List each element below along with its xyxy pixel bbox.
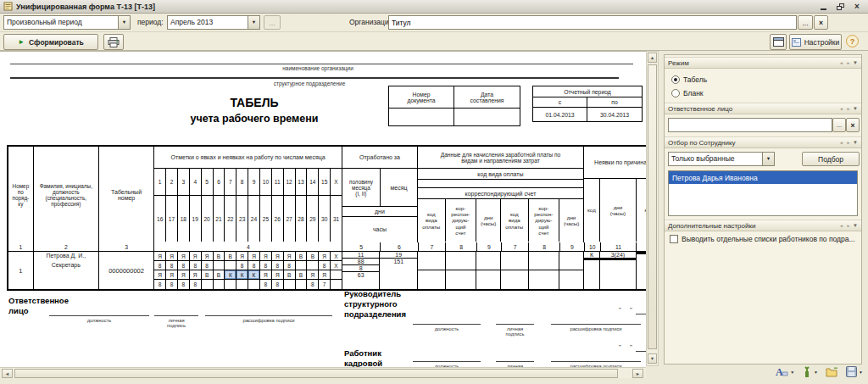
day-hours-cell[interactable] <box>248 280 260 289</box>
org-input[interactable] <box>388 15 797 30</box>
minimize-button[interactable] <box>817 2 829 12</box>
org-clear-button[interactable]: × <box>814 15 828 30</box>
pick-button[interactable]: Подбор <box>802 152 860 166</box>
day-hours-cell[interactable]: 8 <box>260 280 272 289</box>
day-hours-cell[interactable] <box>307 261 319 270</box>
day-mark-cell[interactable]: Я <box>272 270 284 279</box>
org-more-button[interactable]: ... <box>798 15 813 30</box>
absence-days-cell[interactable]: 3(24) <box>600 252 636 259</box>
section-mode[interactable]: Режим «»▼ <box>665 57 861 69</box>
day-mark-cell[interactable]: Я <box>178 270 190 279</box>
day-hours-cell[interactable]: 8 <box>307 280 319 289</box>
collapse-left-icon[interactable]: « <box>840 106 843 111</box>
pay-cell[interactable] <box>501 270 528 288</box>
section-responsible[interactable]: Ответственное лицо «»▼ <box>665 103 861 114</box>
employee-list-item[interactable]: Петрова Дарья Ивановна <box>669 171 857 184</box>
section-extra[interactable]: Дополнительные настройки «»▼ <box>665 220 861 231</box>
chevron-down-icon[interactable]: ▼ <box>814 370 818 375</box>
settings-button[interactable]: Настройки <box>789 34 842 50</box>
period-more-button[interactable]: ... <box>264 15 281 30</box>
day-hours-cell[interactable]: 8 <box>154 280 166 289</box>
report-period-from-value[interactable]: 01.04.2013 <box>533 108 587 121</box>
employee-tabnum-cell[interactable]: 0000000002 <box>99 252 154 289</box>
radio-tabel[interactable] <box>671 75 680 84</box>
day-hours-cell[interactable] <box>296 261 308 270</box>
v-scrollbar[interactable]: ▲ ▼ <box>646 51 659 366</box>
day-hours-cell[interactable]: 8 <box>190 280 202 289</box>
day-mark-cell[interactable]: Я <box>154 270 166 279</box>
day-hours-cell[interactable]: 8 <box>272 280 284 289</box>
tools-button[interactable]: ▼ <box>802 366 818 377</box>
collapse-left-icon[interactable]: « <box>840 60 843 65</box>
day-mark-cell[interactable]: Я <box>154 252 166 260</box>
chevron-down-icon[interactable]: ▼ <box>853 106 858 111</box>
day-hours-cell[interactable]: 8 <box>284 261 296 270</box>
period-combo[interactable]: Апрель 2013 ▼ <box>167 15 260 30</box>
scroll-right-arrow[interactable]: ► <box>632 369 643 378</box>
chevron-down-icon[interactable]: ▼ <box>790 370 794 375</box>
day-hours-cell[interactable]: 8 <box>272 261 284 270</box>
pay-cell[interactable] <box>476 270 500 288</box>
radio-blank[interactable] <box>671 89 680 97</box>
half-total-cell[interactable]: 8 <box>342 265 380 272</box>
chevron-down-icon[interactable]: ▼ <box>248 16 259 29</box>
pay-cell[interactable] <box>446 270 476 288</box>
day-hours-cell[interactable]: 8 <box>236 261 248 270</box>
v-scroll-thumb[interactable] <box>648 64 657 349</box>
doc-number-value[interactable] <box>389 109 454 125</box>
day-hours-cell[interactable] <box>236 280 248 289</box>
chevron-down-icon[interactable]: ▼ <box>118 16 130 29</box>
h-scroll-thumb[interactable] <box>14 369 618 378</box>
generate-button[interactable]: ► Сформировать <box>3 34 98 50</box>
pay-cell[interactable] <box>529 252 559 270</box>
collapse-right-icon[interactable]: » <box>847 106 849 111</box>
day-mark-cell[interactable]: К <box>225 270 236 279</box>
split-lists-checkbox-label[interactable]: Выводить отдельные списки работников по … <box>682 235 858 243</box>
collapse-right-icon[interactable]: » <box>847 140 849 145</box>
scroll-down-arrow[interactable]: ▼ <box>648 353 657 364</box>
close-button[interactable]: × <box>851 2 863 12</box>
half-total-cell[interactable]: 63 <box>342 272 380 278</box>
absence-code-cell[interactable] <box>584 259 599 260</box>
scroll-left-arrow[interactable]: ◄ <box>2 369 13 378</box>
day-hours-cell[interactable] <box>214 280 225 289</box>
day-mark-cell[interactable]: Я <box>190 252 202 260</box>
day-hours-cell[interactable]: 8 <box>248 261 260 270</box>
responsible-clear-button[interactable]: × <box>846 118 860 132</box>
responsible-more-button[interactable]: ... <box>832 118 846 132</box>
collapse-left-icon[interactable]: « <box>840 223 843 228</box>
pay-cell[interactable] <box>501 252 528 270</box>
help-button[interactable]: ? <box>846 35 859 47</box>
day-mark-cell[interactable]: Я <box>260 252 272 260</box>
day-hours-cell[interactable]: 8 <box>166 261 178 270</box>
section-filter[interactable]: Отбор по Сотруднику «»▼ <box>665 136 861 148</box>
doc-date-value[interactable] <box>454 109 520 125</box>
day-hours-cell[interactable] <box>214 261 225 270</box>
day-hours-cell[interactable] <box>202 280 214 289</box>
day-hours-cell[interactable]: 8 <box>178 261 190 270</box>
day-hours-cell[interactable]: 8 <box>319 261 331 270</box>
report-period-to-value[interactable]: 30.04.2013 <box>587 108 642 121</box>
day-hours-cell[interactable]: 8 <box>154 261 166 270</box>
chevron-down-icon[interactable]: ▼ <box>853 60 858 65</box>
split-lists-checkbox[interactable] <box>670 235 678 243</box>
day-mark-cell[interactable]: Я <box>166 270 178 279</box>
pay-cell[interactable] <box>446 252 476 270</box>
pay-cell[interactable] <box>476 252 500 270</box>
day-mark-cell[interactable]: Я <box>272 252 284 260</box>
collapse-left-icon[interactable]: « <box>840 140 843 145</box>
day-mark-cell[interactable]: Я <box>319 252 331 260</box>
employee-listbox[interactable]: Петрова Дарья Ивановна <box>668 170 858 216</box>
font-settings-button[interactable]: A ▼ <box>776 366 794 377</box>
h-scrollbar[interactable]: ◄ ► <box>0 367 646 378</box>
day-mark-cell[interactable]: Я <box>236 252 248 260</box>
period-type-combo[interactable]: Произвольный период ▼ <box>3 15 131 30</box>
day-hours-cell[interactable] <box>284 280 296 289</box>
day-mark-cell[interactable]: Я <box>248 252 260 260</box>
pay-cell[interactable] <box>418 252 445 270</box>
chevron-down-icon[interactable]: ▼ <box>853 140 858 145</box>
day-mark-cell[interactable] <box>331 270 342 279</box>
day-mark-cell[interactable]: В <box>225 252 236 260</box>
day-mark-cell[interactable]: X <box>331 252 342 260</box>
chevron-down-icon[interactable]: ▼ <box>859 370 863 375</box>
